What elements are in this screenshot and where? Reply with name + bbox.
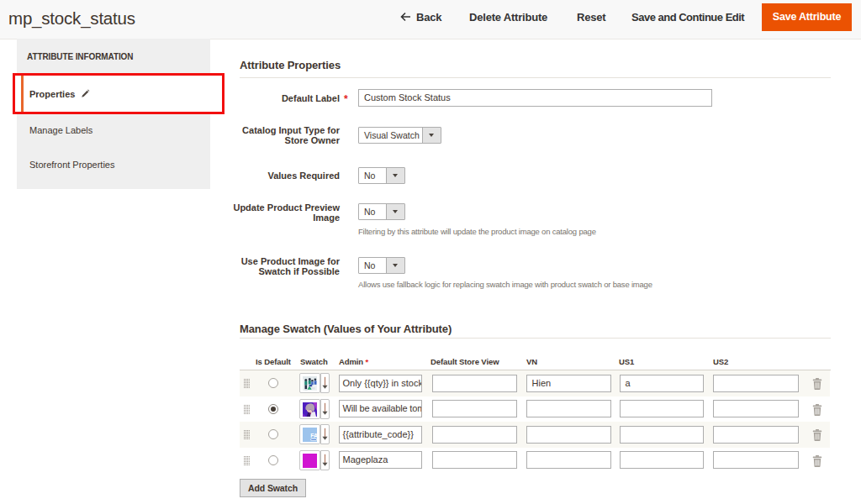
svg-text:FA: FA: [310, 433, 317, 438]
